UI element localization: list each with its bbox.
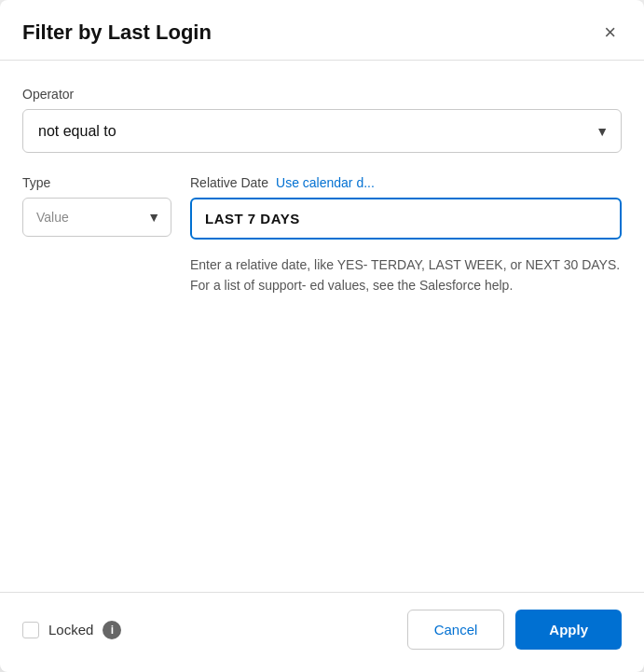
locked-checkbox[interactable] (22, 622, 39, 638)
operator-select-wrapper: not equal to equal to less than greater … (22, 109, 622, 153)
apply-button[interactable]: Apply (515, 610, 622, 650)
modal-dialog: Filter by Last Login × Operator not equa… (0, 0, 644, 672)
relative-date-label: Relative Date (190, 175, 268, 190)
locked-group: Locked i (22, 621, 121, 639)
operator-select[interactable]: not equal to equal to less than greater … (22, 109, 622, 153)
operator-label: Operator (22, 87, 622, 102)
modal-body: Operator not equal to equal to less than… (0, 61, 644, 592)
hint-text: Enter a relative date, like YES- TERDAY,… (190, 254, 622, 296)
close-button[interactable]: × (598, 21, 622, 45)
type-select[interactable]: Value Date (22, 198, 171, 237)
type-select-wrapper: Value Date ▼ (22, 198, 171, 237)
locked-label: Locked (48, 622, 93, 638)
relative-date-group: Relative Date Use calendar d... Enter a … (190, 175, 622, 296)
modal-footer: Locked i Cancel Apply (0, 592, 644, 672)
footer-buttons: Cancel Apply (407, 610, 622, 650)
type-and-date-row: Type Value Date ▼ Relative Date Use cale… (22, 175, 622, 296)
cancel-button[interactable]: Cancel (407, 610, 505, 650)
info-icon[interactable]: i (103, 621, 121, 639)
modal-header: Filter by Last Login × (0, 0, 644, 61)
use-calendar-link[interactable]: Use calendar d... (276, 175, 375, 190)
type-group: Type Value Date ▼ (22, 175, 171, 237)
relative-date-header: Relative Date Use calendar d... (190, 175, 622, 190)
modal-title: Filter by Last Login (22, 21, 212, 45)
relative-date-input[interactable] (190, 198, 622, 240)
type-label: Type (22, 175, 171, 190)
